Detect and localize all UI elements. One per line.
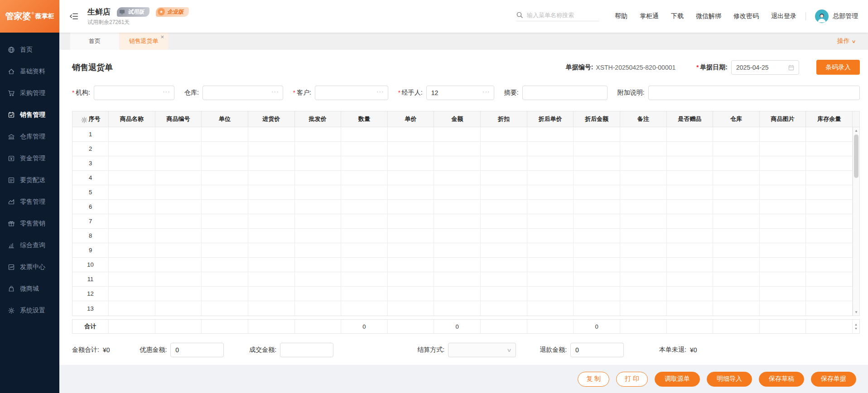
table-cell[interactable] — [806, 243, 853, 258]
table-cell[interactable] — [527, 258, 574, 272]
row-number-cell[interactable]: 6 — [72, 200, 109, 214]
row-number-cell[interactable]: 1 — [72, 127, 109, 142]
table-cell[interactable] — [620, 171, 667, 185]
table-cell[interactable] — [109, 272, 155, 287]
lookup-trigger-icon[interactable]: ··· — [376, 88, 384, 95]
form-field-input[interactable] — [653, 89, 855, 96]
row-number-cell[interactable]: 13 — [72, 301, 109, 316]
table-cell[interactable] — [760, 272, 806, 287]
table-cell[interactable] — [620, 258, 667, 272]
table-cell[interactable] — [620, 185, 667, 200]
table-cell[interactable] — [481, 185, 527, 200]
total-scroll-arrows[interactable]: ▲▼ — [853, 320, 859, 333]
table-cell[interactable] — [760, 287, 806, 301]
table-cell[interactable] — [248, 258, 295, 272]
table-cell[interactable] — [574, 142, 620, 156]
table-cell[interactable] — [760, 200, 806, 214]
table-cell[interactable] — [388, 258, 434, 272]
deal-amount-field[interactable] — [280, 343, 333, 357]
table-cell[interactable] — [434, 301, 481, 316]
table-cell[interactable] — [620, 214, 667, 229]
table-cell[interactable] — [248, 171, 295, 185]
table-cell[interactable] — [434, 229, 481, 243]
row-number-cell[interactable]: 7 — [72, 214, 109, 229]
table-cell[interactable] — [527, 156, 574, 171]
table-cell[interactable] — [109, 127, 155, 142]
sidebar-item-1[interactable]: 首页 — [0, 39, 59, 61]
sidebar-item-13[interactable]: 系统设置 — [0, 300, 59, 321]
table-cell[interactable] — [667, 258, 714, 272]
refund-field[interactable] — [570, 343, 624, 357]
table-cell[interactable] — [202, 287, 248, 301]
table-cell[interactable] — [574, 214, 620, 229]
form-field-input[interactable] — [527, 89, 603, 96]
footer-button-2[interactable]: 打 印 — [616, 372, 648, 387]
topmenu-item-5[interactable]: 修改密码 — [733, 12, 759, 20]
scroll-down-icon[interactable]: ▼ — [854, 327, 858, 330]
table-cell[interactable] — [341, 258, 388, 272]
form-field-input-box[interactable]: ··· — [426, 86, 494, 100]
table-cell[interactable] — [295, 156, 342, 171]
sidebar-item-3[interactable]: 采购管理 — [0, 82, 59, 104]
table-cell[interactable] — [388, 127, 434, 142]
refund-input[interactable] — [575, 346, 621, 354]
table-cell[interactable] — [388, 142, 434, 156]
close-icon[interactable]: × — [160, 34, 164, 40]
table-cell[interactable] — [667, 229, 714, 243]
table-cell[interactable] — [527, 185, 574, 200]
topmenu-item-2[interactable]: 掌柜通 — [640, 12, 659, 20]
table-cell[interactable] — [806, 272, 853, 287]
table-cell[interactable] — [202, 200, 248, 214]
user-box[interactable]: 总部管理 — [815, 10, 858, 23]
table-cell[interactable] — [574, 272, 620, 287]
table-cell[interactable] — [109, 229, 155, 243]
table-cell[interactable] — [202, 229, 248, 243]
table-cell[interactable] — [574, 185, 620, 200]
table-cell[interactable] — [341, 301, 388, 316]
row-number-cell[interactable]: 2 — [72, 142, 109, 156]
form-field-input[interactable] — [431, 89, 483, 96]
table-cell[interactable] — [713, 272, 760, 287]
table-cell[interactable] — [248, 243, 295, 258]
table-cell[interactable] — [295, 142, 342, 156]
form-field-input-box[interactable] — [522, 86, 608, 100]
table-cell[interactable] — [388, 171, 434, 185]
table-cell[interactable] — [667, 301, 714, 316]
row-number-cell[interactable]: 11 — [72, 272, 109, 287]
table-cell[interactable] — [202, 214, 248, 229]
row-number-cell[interactable]: 4 — [72, 171, 109, 185]
table-cell[interactable] — [760, 258, 806, 272]
table-cell[interactable] — [434, 127, 481, 142]
topmenu-item-1[interactable]: 帮助 — [615, 12, 627, 20]
table-cell[interactable] — [248, 272, 295, 287]
table-cell[interactable] — [388, 301, 434, 316]
table-cell[interactable] — [481, 127, 527, 142]
row-number-cell[interactable]: 3 — [72, 156, 109, 171]
table-cell[interactable] — [295, 127, 342, 142]
table-cell[interactable] — [806, 301, 853, 316]
table-cell[interactable] — [248, 185, 295, 200]
table-cell[interactable] — [760, 171, 806, 185]
table-cell[interactable] — [109, 301, 155, 316]
table-cell[interactable] — [202, 171, 248, 185]
table-cell[interactable] — [527, 200, 574, 214]
tab-1[interactable]: 首页 — [70, 33, 119, 50]
table-cell[interactable] — [527, 287, 574, 301]
table-cell[interactable] — [388, 272, 434, 287]
table-cell[interactable] — [713, 243, 760, 258]
table-cell[interactable] — [574, 171, 620, 185]
table-cell[interactable] — [667, 185, 714, 200]
table-cell[interactable] — [806, 142, 853, 156]
table-cell[interactable] — [388, 156, 434, 171]
table-cell[interactable] — [713, 171, 760, 185]
table-cell[interactable] — [155, 287, 202, 301]
footer-button-6[interactable]: 保存单据 — [811, 372, 856, 387]
form-field-input[interactable] — [99, 89, 163, 96]
table-cell[interactable] — [341, 185, 388, 200]
table-cell[interactable] — [667, 142, 714, 156]
table-cell[interactable] — [202, 258, 248, 272]
table-cell[interactable] — [155, 142, 202, 156]
table-cell[interactable] — [109, 156, 155, 171]
sidebar-item-9[interactable]: 零售营销 — [0, 213, 59, 235]
form-field-input[interactable] — [207, 89, 272, 96]
